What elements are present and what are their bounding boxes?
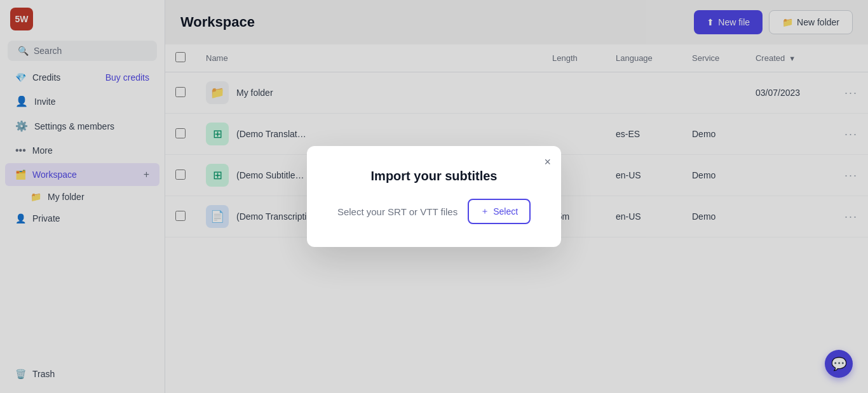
plus-icon: ＋ [480,206,489,217]
modal-body-text: Select your SRT or VTT files [337,206,458,217]
modal-close-button[interactable]: × [544,156,551,168]
select-file-button[interactable]: ＋ Select [468,199,531,224]
select-label: Select [493,206,518,216]
import-modal: × Import your subtitles Select your SRT … [307,146,561,247]
modal-title: Import your subtitles [371,169,498,183]
modal-body: Select your SRT or VTT files ＋ Select [332,199,536,224]
modal-overlay[interactable]: × Import your subtitles Select your SRT … [0,0,868,393]
